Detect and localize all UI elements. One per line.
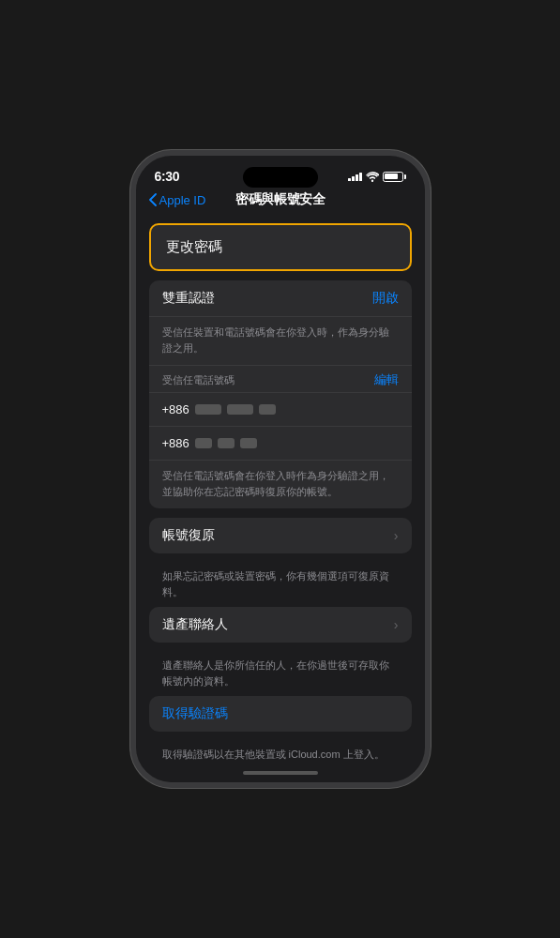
signal-bar-4 xyxy=(359,173,362,181)
phone-frame: 6:30 xyxy=(130,150,431,788)
back-button[interactable]: Apple ID xyxy=(149,193,206,207)
trusted-phone-description: 受信任電話號碼會在你登入時作為身分驗證之用，並協助你在忘記密碼時復原你的帳號。 xyxy=(149,461,412,508)
page-title: 密碼與帳號安全 xyxy=(205,191,355,208)
trusted-phone-label-text: 受信任電話號碼 xyxy=(162,373,235,387)
chevron-left-icon xyxy=(149,193,157,206)
get-code-section: 取得驗證碼 xyxy=(149,696,412,732)
account-recovery-section: 帳號復原 › xyxy=(149,518,412,553)
status-time: 6:30 xyxy=(155,169,180,184)
phone-number-row-1: +886 xyxy=(149,393,412,427)
get-code-row[interactable]: 取得驗證碼 xyxy=(149,696,412,732)
account-recovery-title: 帳號復原 xyxy=(162,527,394,544)
signal-bar-3 xyxy=(356,174,358,181)
phone1-mask3 xyxy=(259,404,276,415)
dynamic-island xyxy=(243,167,318,188)
signal-bar-1 xyxy=(348,178,351,181)
wifi-icon xyxy=(366,172,379,182)
chevron-icon: › xyxy=(394,528,399,543)
legacy-contact-section: 遺產聯絡人 › xyxy=(149,607,412,643)
phone1-mask2 xyxy=(227,404,253,415)
home-bar xyxy=(243,771,318,775)
chevron-icon-2: › xyxy=(394,617,399,632)
status-icons xyxy=(348,172,406,182)
phone2-mask1 xyxy=(195,438,212,448)
two-factor-section: 雙重認證 開啟 受信任裝置和電話號碼會在你登入時，作為身分驗證之用。 受信任電話… xyxy=(149,280,412,508)
phone2-prefix: +886 xyxy=(162,436,189,450)
two-factor-description: 受信任裝置和電話號碼會在你登入時，作為身分驗證之用。 xyxy=(149,317,412,366)
two-factor-title: 雙重認證 xyxy=(162,290,215,307)
nav-bar: Apple ID 密碼與帳號安全 xyxy=(136,188,425,216)
signal-bars-icon xyxy=(348,172,362,181)
phone-number-row-2: +886 xyxy=(149,427,412,461)
two-factor-status: 開啟 xyxy=(372,290,399,307)
battery-icon xyxy=(383,172,406,182)
edit-button[interactable]: 編輯 xyxy=(374,371,399,388)
back-label: Apple ID xyxy=(159,193,206,207)
legacy-contact-title: 遺產聯絡人 xyxy=(162,616,394,633)
change-password-button[interactable]: 更改密碼 xyxy=(149,223,412,271)
phone1-mask1 xyxy=(195,404,221,415)
phone2-mask2 xyxy=(218,438,235,448)
trusted-phone-label-row: 受信任電話號碼 編輯 xyxy=(149,366,412,393)
account-recovery-row[interactable]: 帳號復原 › xyxy=(149,518,412,553)
signal-bar-2 xyxy=(352,176,355,181)
phone1-prefix: +886 xyxy=(162,402,189,416)
account-recovery-description: 如果忘記密碼或裝置密碼，你有幾個選項可復原資料。 xyxy=(149,563,412,607)
two-factor-row[interactable]: 雙重認證 開啟 xyxy=(149,280,412,317)
home-indicator xyxy=(136,764,425,782)
content-scroll[interactable]: 更改密碼 雙重認證 開啟 受信任裝置和電話號碼會在你登入時，作為身分驗證之用。 … xyxy=(136,216,425,764)
legacy-contact-row[interactable]: 遺產聯絡人 › xyxy=(149,607,412,643)
phone2-mask3 xyxy=(240,438,257,448)
get-code-title: 取得驗證碼 xyxy=(162,705,228,722)
legacy-contact-description: 遺產聯絡人是你所信任的人，在你過世後可存取你帳號內的資料。 xyxy=(149,652,412,696)
get-code-description: 取得驗證碼以在其他裝置或 iCloud.com 上登入。 xyxy=(149,741,412,764)
